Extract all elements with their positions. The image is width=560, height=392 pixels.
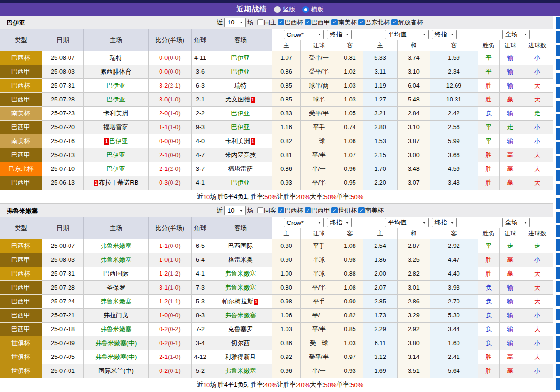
league-checkbox[interactable]: ✓ [358, 207, 365, 213]
team-link[interactable]: 巴伊亚 [109, 137, 128, 146]
team-link[interactable]: 巴伊亚 [107, 165, 126, 173]
away-team-cell: 弗鲁米嫩塞 [209, 364, 272, 378]
team-link[interactable]: 格雷米奥 [228, 256, 253, 264]
team-link[interactable]: 弗鲁米嫩塞 [225, 367, 256, 375]
table-header: 类型日期主场比分(半场)角球客场 Crow*终指平均值终指全场 主让球客主和客胜… [0, 217, 560, 239]
league-filter-巴西杯[interactable]: ✓巴西杯 [278, 206, 303, 215]
team-link[interactable]: 卡利美洲 [225, 137, 250, 146]
team-link[interactable]: 国际米兰(中) [98, 367, 134, 375]
team-link[interactable]: 弗鲁米嫩塞 [101, 297, 132, 306]
team-link[interactable]: 弗鲁米嫩塞 [101, 242, 132, 250]
team-link[interactable]: 布拉干蒂诺RB [99, 179, 138, 187]
radio-selected-icon[interactable] [302, 6, 309, 13]
scope-select[interactable]: 全场 [502, 218, 530, 227]
team-link[interactable]: 福塔雷萨 [228, 165, 253, 173]
final-index-select[interactable]: 终指 [432, 218, 457, 227]
team-link[interactable]: 弗鲁米嫩塞(中) [95, 339, 137, 347]
league-checkbox[interactable]: ✓ [358, 19, 365, 25]
fulltime-score: 3-0 [159, 96, 168, 103]
match-count-select[interactable]: 10 [224, 206, 246, 215]
league-filter-南美杯[interactable]: ✓南美杯 [331, 18, 357, 27]
summary-row: 近10场,胜4平1负5, 胜率:40% 让胜率:40% 大率:50% 单率:50… [0, 378, 560, 392]
team-link[interactable]: 弗鲁米嫩塞 [225, 283, 256, 292]
team-link[interactable]: 圣保罗 [107, 283, 126, 292]
league-filter-巴东北杯[interactable]: ✓巴东北杯 [358, 18, 390, 27]
league-filter-巴西甲[interactable]: ✓巴西甲 [305, 206, 330, 215]
team-link[interactable]: 巴伊亚 [231, 109, 250, 118]
team-link[interactable]: 弗鲁米嫩塞 [225, 269, 256, 278]
result-goals: 小 [521, 121, 553, 134]
team-link[interactable]: 巴伊亚 [231, 179, 250, 187]
team-link[interactable]: 利雅得新月 [225, 353, 256, 361]
team-link[interactable]: 巴伊亚 [231, 67, 250, 76]
team-link[interactable]: 弗鲁米嫩塞 [225, 311, 256, 320]
halftime-score: (0-1) [168, 340, 180, 347]
same-venue-checkbox[interactable] [257, 207, 263, 213]
league-checkbox[interactable]: ✓ [305, 207, 311, 213]
league-filter-南美杯[interactable]: ✓南美杯 [358, 206, 384, 215]
team-link[interactable]: 卡利美洲 [103, 109, 128, 118]
league-checkbox[interactable]: ✓ [278, 19, 284, 25]
team-link[interactable]: 福塔雷萨 [103, 123, 128, 132]
team-link[interactable]: 弗鲁米嫩塞(中) [95, 353, 137, 361]
scope-select[interactable]: 全场 [502, 30, 530, 39]
team-link[interactable]: 巴西国际 [103, 269, 128, 278]
score-cell: 2-0(1-0) [149, 107, 192, 121]
layout-radio-horizontal[interactable]: 横版 [302, 5, 324, 14]
final-index-select[interactable]: 终指 [327, 30, 352, 39]
final-index-select[interactable]: 终指 [432, 30, 457, 39]
crow-away-odds: 1.03 [337, 336, 363, 350]
avg-draw-odds: 3.10 [398, 65, 430, 79]
sub-header-0: 主 [272, 228, 301, 239]
layout-radio-vertical[interactable]: 竖版 [274, 5, 296, 14]
team-link[interactable]: 切尔西 [231, 339, 250, 347]
result-handicap: 输 [500, 281, 521, 295]
team-link[interactable]: 瑞特 [110, 54, 122, 62]
bookmaker-select[interactable]: Crow* [284, 218, 324, 227]
league-checkbox[interactable]: ✓ [391, 19, 398, 25]
team-link[interactable]: 克鲁塞罗 [228, 325, 253, 334]
team-link[interactable]: 弗鲁米嫩塞 [101, 256, 132, 264]
avg-away-odds: 5.64 [430, 364, 478, 378]
league-filter-世俱杯[interactable]: ✓世俱杯 [331, 206, 357, 215]
crow-handicap: 平手 [301, 295, 337, 309]
average-select[interactable]: 平均值 [385, 30, 429, 39]
avg-home-odds: 1.53 [363, 134, 398, 148]
result-goals: 小 [521, 253, 553, 267]
league-filter-解放者杯[interactable]: ✓解放者杯 [391, 18, 423, 27]
result-goals: 走 [521, 239, 553, 253]
team-link[interactable]: 弗鲁米嫩塞 [101, 325, 132, 334]
bookmaker-select[interactable]: Crow* [284, 30, 324, 39]
team-link[interactable]: 巴伊亚 [107, 151, 126, 159]
avg-draw-odds: 2.86 [398, 295, 430, 309]
team-link[interactable]: 瑞特 [234, 81, 247, 90]
team-link[interactable]: 弗拉门戈 [103, 311, 128, 320]
team-link[interactable]: 米内罗竞技 [225, 151, 256, 159]
league-checkbox[interactable]: ✓ [278, 207, 284, 213]
league-filter-巴西杯[interactable]: ✓巴西杯 [278, 18, 303, 27]
same-venue-filter[interactable]: 同主 [257, 18, 276, 27]
fulltime-score: 1-1 [159, 124, 168, 131]
average-select[interactable]: 平均值 [385, 218, 429, 227]
team-link[interactable]: 巴伊亚 [107, 81, 126, 90]
league-checkbox[interactable]: ✓ [331, 207, 338, 213]
league-badge: 世俱杯 [0, 350, 42, 364]
team-link[interactable]: 巴西国际 [228, 242, 253, 250]
team-link[interactable]: 巴伊亚 [107, 95, 126, 104]
league-checkbox[interactable]: ✓ [305, 19, 311, 25]
match-count-select[interactable]: 10 [224, 18, 246, 27]
final-index-select[interactable]: 终指 [327, 218, 352, 227]
radio-unselected-icon[interactable] [274, 6, 281, 13]
col-header-5: 客场 [209, 217, 272, 239]
team-link[interactable]: 巴伊亚 [231, 123, 250, 132]
same-venue-checkbox[interactable] [257, 19, 263, 25]
league-filter-巴西甲[interactable]: ✓巴西甲 [305, 18, 330, 27]
league-checkbox[interactable]: ✓ [331, 19, 338, 25]
team-link[interactable]: 巴伊亚 [231, 54, 250, 62]
team-link[interactable]: 帕尔梅拉斯 [222, 297, 253, 306]
team-link[interactable]: 尤文图德 [225, 95, 250, 104]
team-link[interactable]: 累西腓体育 [101, 67, 132, 76]
crow-handicap: 受平/半 [301, 107, 337, 121]
same-venue-filter[interactable]: 同客 [257, 206, 276, 215]
avg-home-odds: 1.70 [363, 162, 398, 176]
